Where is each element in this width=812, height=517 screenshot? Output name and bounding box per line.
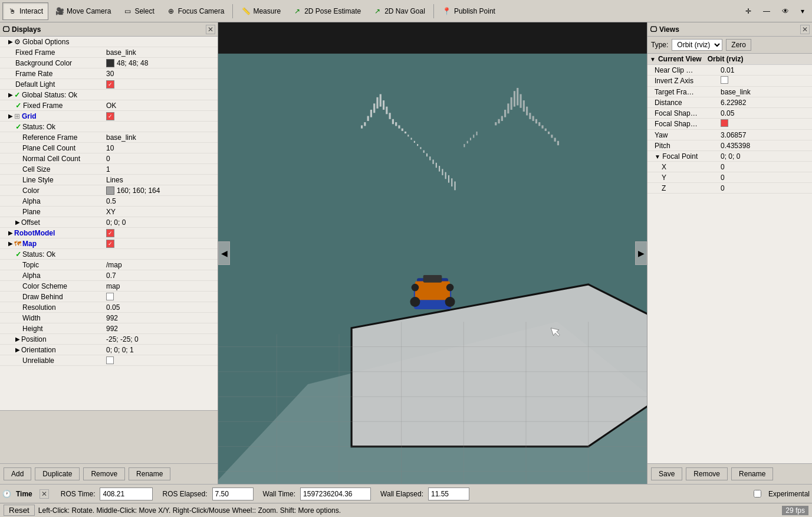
svg-rect-30 xyxy=(402,129,403,131)
views-rename-button[interactable]: Rename xyxy=(731,467,773,480)
distance-value[interactable]: 6.22982 xyxy=(721,99,746,107)
views-close-button[interactable]: ✕ xyxy=(800,25,810,34)
pose-estimate-button[interactable]: ↗ 2D Pose Estimate xyxy=(287,2,366,20)
map-position-row[interactable]: ▶ Position -25; -25; 0 xyxy=(0,334,218,345)
map-alpha-value[interactable]: 0.7 xyxy=(106,271,116,280)
focus-camera-button[interactable]: ⊕ Focus Camera xyxy=(161,2,230,20)
minus-btn[interactable]: — xyxy=(758,2,775,20)
wall-elapsed-field[interactable] xyxy=(428,487,469,500)
views-save-button[interactable]: Save xyxy=(651,467,682,480)
add-point-btn[interactable]: ✛ xyxy=(740,2,757,20)
displays-scroll-area[interactable]: ▶ ⚙ Global Options Fixed Frame base_link xyxy=(0,37,218,410)
displays-close-button[interactable]: ✕ xyxy=(206,25,215,34)
frame-rate-value[interactable]: 30 xyxy=(106,70,114,78)
grid-label[interactable]: Grid xyxy=(22,112,37,120)
grid-arrow[interactable]: ▶ xyxy=(8,113,13,119)
cell-size-value[interactable]: 1 xyxy=(106,165,110,174)
focal-point-expand[interactable]: ▼ xyxy=(655,153,660,160)
views-remove-button[interactable]: Remove xyxy=(686,467,728,480)
add-button[interactable]: Add xyxy=(4,467,31,480)
default-light-checkbox[interactable]: ✓ xyxy=(106,80,114,89)
3d-viewport[interactable]: ◀ ▶ xyxy=(218,22,647,484)
global-status-row[interactable]: ▶ ✓ Global Status: Ok xyxy=(0,90,218,100)
map-orientation-arrow[interactable]: ▶ xyxy=(15,346,20,353)
map-topic-value[interactable]: /map xyxy=(106,261,122,269)
ros-time-field[interactable] xyxy=(100,487,153,500)
map-unreliable-checkbox[interactable] xyxy=(106,356,114,364)
focal-shap1-value[interactable]: 0.05 xyxy=(721,109,734,117)
map-checkbox[interactable]: ✓ xyxy=(106,240,114,248)
map-label[interactable]: Map xyxy=(22,240,37,248)
color-swatch[interactable]: 160; 160; 164 xyxy=(106,186,160,195)
offset-row[interactable]: ▶ Offset 0; 0; 0 xyxy=(0,217,218,228)
focal-x-value[interactable]: 0 xyxy=(721,163,725,171)
robot-model-row[interactable]: ▶ RobotModel ✓ xyxy=(0,228,218,238)
focal-y-value[interactable]: 0 xyxy=(721,174,725,182)
focal-y-label: Y xyxy=(662,174,666,182)
select-button[interactable]: ▭ Select xyxy=(117,2,159,20)
current-view-expand[interactable]: ▼ xyxy=(650,56,656,63)
svg-rect-37 xyxy=(423,150,425,153)
options-btn[interactable]: ▾ xyxy=(795,2,810,20)
svg-rect-31 xyxy=(405,132,406,133)
duplicate-button[interactable]: Duplicate xyxy=(35,467,80,480)
svg-rect-51 xyxy=(511,97,512,110)
offset-arrow[interactable]: ▶ xyxy=(15,219,20,225)
normal-cell-value[interactable]: 0 xyxy=(106,155,110,163)
views-scroll-area[interactable]: ▼ Current View Orbit (rviz) Near Clip … … xyxy=(647,54,812,463)
robot-model-checkbox[interactable]: ✓ xyxy=(106,229,114,237)
line-style-value[interactable]: Lines xyxy=(106,176,123,184)
invert-z-checkbox[interactable] xyxy=(721,76,728,84)
views-type-select[interactable]: Orbit (rviz) xyxy=(672,39,722,51)
yaw-value[interactable]: 3.06857 xyxy=(721,131,746,139)
near-clip-value[interactable]: 0.01 xyxy=(721,66,734,74)
map-color-scheme-value[interactable]: map xyxy=(106,282,120,290)
ref-frame-value[interactable]: base_link xyxy=(106,133,136,142)
measure-button[interactable]: 📏 Measure xyxy=(236,2,286,20)
displays-empty-area xyxy=(0,410,218,463)
target-frame-value[interactable]: base_link xyxy=(721,88,751,96)
viewport-right-arrow[interactable]: ▶ xyxy=(635,241,647,265)
global-status-label: Global Status: Ok xyxy=(22,91,77,99)
robot-model-arrow[interactable]: ▶ xyxy=(8,230,13,236)
nav-goal-button[interactable]: ↗ 2D Nav Goal xyxy=(367,2,430,20)
map-row[interactable]: ▶ 🗺 Map ✓ xyxy=(0,238,218,249)
map-position-arrow[interactable]: ▶ xyxy=(15,336,20,342)
ros-elapsed-field[interactable] xyxy=(212,487,254,500)
views-icon: 🖵 xyxy=(650,25,657,34)
fixed-frame-value[interactable]: base_link xyxy=(106,48,136,57)
bg-color-swatch[interactable]: 48; 48; 48 xyxy=(106,59,148,67)
map-arrow[interactable]: ▶ xyxy=(8,240,13,247)
ros-elapsed-label: ROS Elapsed: xyxy=(162,490,207,498)
plane-value[interactable]: XY xyxy=(106,208,116,216)
alpha-value[interactable]: 0.5 xyxy=(106,197,116,205)
pitch-value[interactable]: 0.435398 xyxy=(721,142,750,150)
time-panel-close[interactable]: ✕ xyxy=(40,489,49,499)
publish-point-button[interactable]: 📍 Publish Point xyxy=(437,2,501,20)
eye-btn[interactable]: 👁 xyxy=(777,2,794,20)
views-zero-button[interactable]: Zero xyxy=(726,39,751,51)
focal-point-row[interactable]: ▼ Focal Point 0; 0; 0 xyxy=(647,151,812,162)
grid-row[interactable]: ▶ ⊞ Grid ✓ xyxy=(0,111,218,122)
global-options-arrow[interactable]: ▶ xyxy=(8,38,13,45)
experimental-checkbox[interactable] xyxy=(754,490,761,498)
focal-shap2-checkbox[interactable] xyxy=(721,119,728,127)
svg-rect-43 xyxy=(442,169,443,175)
map-draw-behind-checkbox[interactable] xyxy=(106,293,114,300)
focal-z-value[interactable]: 0 xyxy=(721,184,725,192)
plane-cell-value[interactable]: 10 xyxy=(106,144,114,152)
robot-model-label[interactable]: RobotModel xyxy=(14,229,55,237)
map-alpha-row: Alpha 0.7 xyxy=(0,270,218,281)
rename-button[interactable]: Rename xyxy=(129,467,170,480)
interact-button[interactable]: 🖱 Interact xyxy=(2,2,48,20)
map-orientation-row[interactable]: ▶ Orientation 0; 0; 0; 1 xyxy=(0,345,218,355)
reset-button[interactable]: Reset xyxy=(4,505,35,516)
grid-checkbox[interactable]: ✓ xyxy=(106,112,114,120)
move-camera-button[interactable]: 🎥 Move Camera xyxy=(50,2,116,20)
global-status-arrow[interactable]: ▶ xyxy=(8,91,13,98)
viewport-left-arrow[interactable]: ◀ xyxy=(218,241,230,265)
wall-time-field[interactable] xyxy=(300,487,371,500)
global-options-row[interactable]: ▶ ⚙ Global Options xyxy=(0,37,218,47)
remove-button[interactable]: Remove xyxy=(83,467,125,480)
grid-status-row: ✓ Status: Ok xyxy=(0,122,218,132)
